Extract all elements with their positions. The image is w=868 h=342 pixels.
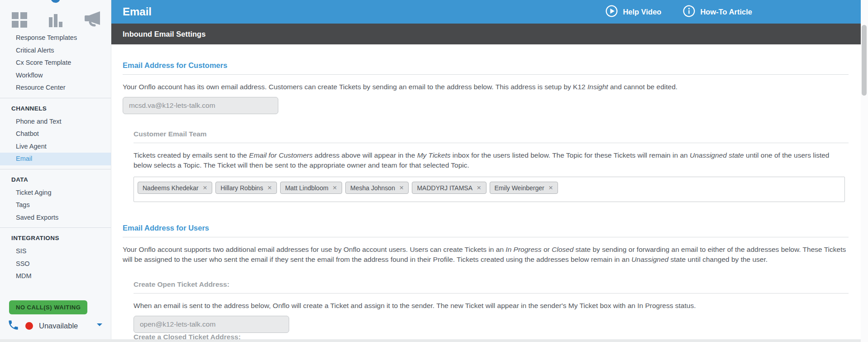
subsection-create-open-ticket: Create Open Ticket Address: When an emai… xyxy=(134,280,849,341)
sidebar-nav: Response TemplatesCritical AlertsCx Scor… xyxy=(0,28,111,283)
sidebar-item-phone-and-text[interactable]: Phone and Text xyxy=(0,116,111,128)
availability-row: Unavailable xyxy=(7,319,78,333)
sidebar-section-list: Ticket AgingTagsSaved Exports xyxy=(0,187,111,224)
dashboard-grid-icon[interactable] xyxy=(11,12,28,28)
sidebar-section-list: Phone and TextChatbotLive AgentEmail xyxy=(0,116,111,165)
page-title: Email xyxy=(111,5,152,18)
sidebar-section-integrations: INTEGRATIONS xyxy=(0,231,111,245)
sidebar-section-channels: CHANNELS xyxy=(0,102,111,116)
page: Response TemplatesCritical AlertsCx Scor… xyxy=(0,0,868,342)
phone-icon xyxy=(7,319,19,333)
sub-header: Inbound Email Settings xyxy=(111,24,861,44)
sidebar-item-tags[interactable]: Tags xyxy=(0,199,111,212)
sidebar-item-email[interactable]: Email xyxy=(0,153,111,165)
team-member-name: Emily Weinberger xyxy=(495,184,544,192)
customer-email-input[interactable] xyxy=(123,97,278,114)
section-email-address-for-users: Email Address for Users Your Onflo accou… xyxy=(123,224,849,341)
subsection-title: Customer Email Team xyxy=(134,130,849,138)
bar-chart-icon[interactable] xyxy=(48,12,64,28)
sidebar-item-sis[interactable]: SIS xyxy=(0,245,111,258)
subsection-customer-email-team: Customer Email Team Tickets created by e… xyxy=(134,130,849,202)
remove-member-icon[interactable]: ✕ xyxy=(548,184,553,191)
sidebar-item-chatbot[interactable]: Chatbot xyxy=(0,128,111,140)
team-member-chip[interactable]: Nadeems Khedekar✕ xyxy=(138,182,212,194)
main: Email Help Video xyxy=(111,0,861,342)
subsection-divider xyxy=(134,143,849,143)
team-member-name: Nadeems Khedekar xyxy=(143,184,199,192)
how-to-article-label: How-To Article xyxy=(700,8,752,16)
team-member-chip[interactable]: Matt Lindbloom✕ xyxy=(280,182,342,194)
info-circle-icon xyxy=(683,5,695,19)
team-member-chip[interactable]: Hillary Robbins✕ xyxy=(215,182,277,194)
section-title: Email Address for Customers xyxy=(123,61,849,70)
call-status-badge: NO CALL(S) WAITING xyxy=(9,300,87,314)
how-to-article-link[interactable]: How-To Article xyxy=(683,5,752,19)
team-member-name: Matt Lindbloom xyxy=(285,184,329,192)
remove-member-icon[interactable]: ✕ xyxy=(477,184,481,191)
sidebar-sections: CHANNELSPhone and TextChatbotLive AgentE… xyxy=(0,98,111,283)
team-member-name: Mesha Johnson xyxy=(350,184,395,192)
sidebar-item-resource-center[interactable]: Resource Center xyxy=(0,82,111,94)
sidebar-divider xyxy=(0,227,111,228)
section-divider xyxy=(123,237,849,237)
sidebar-divider xyxy=(0,98,111,98)
remove-member-icon[interactable]: ✕ xyxy=(267,184,272,191)
play-circle-icon xyxy=(606,5,618,19)
subsection-title: Create Open Ticket Address: xyxy=(134,280,849,289)
sidebar-item-critical-alerts[interactable]: Critical Alerts xyxy=(0,44,111,57)
team-member-chip[interactable]: MADDYRJ ITAMSA✕ xyxy=(412,182,486,194)
status-dot xyxy=(25,322,33,330)
sidebar-icon-row xyxy=(0,0,111,28)
subsection-divider xyxy=(134,293,849,294)
sidebar-item-workflow[interactable]: Workflow xyxy=(0,69,111,82)
chevron-down-icon[interactable] xyxy=(97,323,102,326)
remove-member-icon[interactable]: ✕ xyxy=(333,184,337,191)
section-divider xyxy=(123,74,849,75)
megaphone-icon[interactable] xyxy=(84,10,104,28)
sidebar-item-response-templates[interactable]: Response Templates xyxy=(0,32,111,44)
remove-member-icon[interactable]: ✕ xyxy=(399,184,404,191)
section-email-address-for-customers: Email Address for Customers Your Onflo a… xyxy=(123,61,849,202)
sidebar-top-list: Response TemplatesCritical AlertsCx Scor… xyxy=(0,32,111,94)
help-video-link[interactable]: Help Video xyxy=(606,5,661,19)
sidebar-section-list: SISSSOMDM xyxy=(0,245,111,283)
subsection-description: When an email is sent to the address bel… xyxy=(134,301,849,311)
page-header: Email Help Video xyxy=(111,0,861,24)
team-member-chips[interactable]: Nadeems Khedekar✕Hillary Robbins✕Matt Li… xyxy=(134,177,845,202)
horizontal-scrollbar-track xyxy=(0,339,861,342)
content: Email Address for Customers Your Onflo a… xyxy=(111,44,861,341)
section-description: Your Onflo account supports two addition… xyxy=(123,245,849,265)
team-member-chip[interactable]: Mesha Johnson✕ xyxy=(345,182,409,194)
open-ticket-email-input[interactable] xyxy=(134,316,289,333)
sidebar-item-sso[interactable]: SSO xyxy=(0,258,111,270)
sidebar-item-mdm[interactable]: MDM xyxy=(0,270,111,283)
scrollbar-thumb[interactable] xyxy=(862,25,867,96)
section-title: Email Address for Users xyxy=(123,224,849,232)
section-description: Your Onflo account has its own email add… xyxy=(123,82,849,92)
vertical-scrollbar[interactable] xyxy=(861,0,868,342)
sidebar-item-ticket-aging[interactable]: Ticket Aging xyxy=(0,187,111,199)
sidebar-item-saved-exports[interactable]: Saved Exports xyxy=(0,212,111,224)
team-member-chip[interactable]: Emily Weinberger✕ xyxy=(490,182,558,194)
sidebar: Response TemplatesCritical AlertsCx Scor… xyxy=(0,0,111,342)
sidebar-item-live-agent[interactable]: Live Agent xyxy=(0,140,111,153)
help-video-label: Help Video xyxy=(623,8,661,16)
sidebar-divider xyxy=(0,169,111,169)
availability-label: Unavailable xyxy=(39,322,78,330)
team-member-name: MADDYRJ ITAMSA xyxy=(417,184,472,192)
remove-member-icon[interactable]: ✕ xyxy=(203,184,207,191)
subsection-description: Tickets created by emails sent to the Em… xyxy=(134,150,849,170)
sidebar-section-data: DATA xyxy=(0,173,111,187)
team-member-name: Hillary Robbins xyxy=(220,184,263,192)
sidebar-item-cx-score-template[interactable]: Cx Score Template xyxy=(0,57,111,69)
header-links: Help Video How-To Article xyxy=(606,5,752,19)
